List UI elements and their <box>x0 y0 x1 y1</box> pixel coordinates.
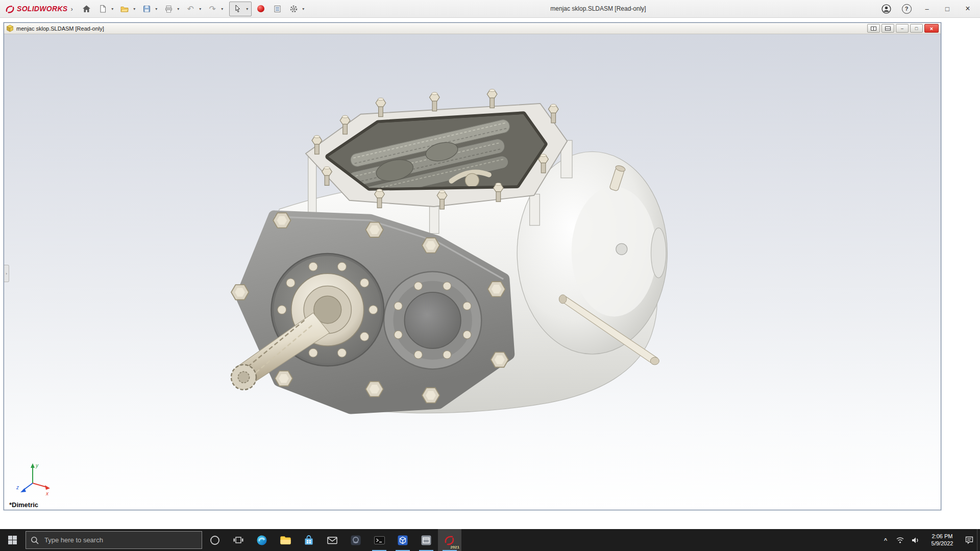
chevron-down-icon[interactable]: ▾ <box>301 7 306 11</box>
home-icon <box>82 5 91 13</box>
document-titlebar[interactable]: menjac sklop.SLDASM [Read-only] – □ × <box>4 23 941 34</box>
print-button[interactable] <box>162 2 176 16</box>
maximize-button[interactable]: □ <box>938 2 957 16</box>
file-properties-button[interactable] <box>271 2 284 16</box>
split-vertical-icon <box>871 27 876 31</box>
store-icon <box>303 535 314 546</box>
print-icon <box>164 5 173 13</box>
taskbar-terminal-button[interactable] <box>368 529 391 551</box>
close-button[interactable]: × <box>959 2 977 16</box>
task-view-icon <box>233 535 244 545</box>
split-horizontal-icon <box>885 27 891 31</box>
search-icon <box>31 536 39 544</box>
assembly-icon <box>6 24 14 32</box>
hidden-icons-chevron[interactable]: ^ <box>879 529 892 551</box>
chevron-down-icon[interactable]: ▾ <box>198 7 203 11</box>
gearbox-model[interactable] <box>4 34 941 510</box>
redo-button[interactable]: ↷ <box>206 2 219 16</box>
taskbar-cube-app-button[interactable] <box>391 529 414 551</box>
edge-icon <box>256 535 267 546</box>
split-horizontal-button[interactable] <box>881 24 894 33</box>
home-button[interactable] <box>80 2 93 16</box>
taskbar-file-explorer-button[interactable] <box>274 529 297 551</box>
doc-restore-button[interactable]: □ <box>910 24 923 33</box>
system-tray: ^ 2:06 PM 5/9/2022 <box>879 529 980 551</box>
show-desktop-button[interactable] <box>977 529 980 551</box>
taskbar-search <box>26 531 202 549</box>
chevron-down-icon[interactable]: ▾ <box>244 7 250 11</box>
windows-start-icon <box>8 536 17 544</box>
start-button[interactable] <box>0 529 24 551</box>
cube-app-icon <box>397 535 408 546</box>
new-document-button[interactable] <box>96 2 110 16</box>
triad-icon: y x z <box>15 461 52 497</box>
select-cursor-icon <box>233 5 241 13</box>
solidworks-app-icon <box>444 534 456 546</box>
chevron-down-icon[interactable]: ▾ <box>110 7 115 11</box>
network-button[interactable] <box>892 529 908 551</box>
doc-close-button[interactable]: × <box>924 24 939 33</box>
graphics-viewport[interactable]: y x z *Dimetric › <box>4 34 941 510</box>
logo-expand-chevron[interactable]: › <box>70 5 72 13</box>
panel-flyout-tab[interactable]: › <box>4 265 9 282</box>
red-sphere-button[interactable] <box>254 2 268 16</box>
view-orientation-label: *Dimetric <box>9 501 38 509</box>
speaker-icon <box>911 536 920 544</box>
action-center-button[interactable] <box>962 529 977 551</box>
taskbar-store-button[interactable] <box>297 529 321 551</box>
help-button[interactable]: ? <box>897 2 916 16</box>
action-center-icon <box>965 536 974 544</box>
open-button[interactable] <box>118 2 132 16</box>
open-folder-icon <box>120 5 129 13</box>
window-app-icon <box>421 535 432 546</box>
document-title: menjac sklop.SLDASM [Read-only] <box>16 26 104 32</box>
solidworks-version-badge: 2021 <box>450 545 459 549</box>
chevron-down-icon[interactable]: ▾ <box>219 7 225 11</box>
document-window: menjac sklop.SLDASM [Read-only] – □ × <box>4 22 941 510</box>
minimize-button[interactable]: – <box>918 2 936 16</box>
chevron-down-icon[interactable]: ▾ <box>176 7 181 11</box>
taskbar-mail-button[interactable] <box>321 529 344 551</box>
redo-icon: ↷ <box>209 4 216 14</box>
triad-y-label: y <box>35 463 39 468</box>
taskbar-cortana-button[interactable] <box>203 529 227 551</box>
undo-icon: ↶ <box>187 4 194 14</box>
window-title: menjac sklop.SLDASM [Read-only] <box>550 5 646 12</box>
taskbar-edge-button[interactable] <box>250 529 274 551</box>
undo-button[interactable]: ↶ <box>184 2 198 16</box>
select-tool-group: ▾ <box>229 2 252 16</box>
gear-icon <box>289 5 298 13</box>
triad-x-label: x <box>45 491 49 496</box>
doc-minimize-button[interactable]: – <box>896 24 909 33</box>
document-window-controls: – □ × <box>867 24 939 33</box>
file-properties-icon <box>273 5 282 13</box>
taskbar-task-view-button[interactable] <box>227 529 250 551</box>
search-input[interactable] <box>43 536 197 544</box>
solidworks-logo-text: SOLIDWORKS <box>17 5 67 13</box>
solidworks-logo[interactable]: SOLIDWORKS <box>3 4 67 13</box>
save-icon <box>142 5 151 13</box>
app-dark-icon <box>350 535 361 546</box>
account-button[interactable] <box>877 2 895 16</box>
select-button[interactable] <box>231 2 244 16</box>
chevron-down-icon[interactable]: ▾ <box>132 7 137 11</box>
taskbar-window-app-button[interactable] <box>414 529 438 551</box>
volume-button[interactable] <box>908 529 923 551</box>
split-vertical-button[interactable] <box>867 24 880 33</box>
taskbar-app-dark-button[interactable] <box>344 529 368 551</box>
red-sphere-icon <box>257 5 264 12</box>
windows-taskbar: 2021 ^ 2:06 PM 5/9/2022 <box>0 529 980 551</box>
account-icon <box>881 4 891 14</box>
taskbar-solidworks-button[interactable]: 2021 <box>438 529 461 551</box>
cortana-icon <box>210 535 220 545</box>
new-document-icon <box>99 5 107 13</box>
taskbar-clock[interactable]: 2:06 PM 5/9/2022 <box>923 529 962 551</box>
chevron-down-icon[interactable]: ▾ <box>154 7 159 11</box>
options-button[interactable] <box>287 2 301 16</box>
triad-z-label: z <box>16 485 19 490</box>
app-titlebar: SOLIDWORKS › ▾ ▾ ▾ ▾ ↶ <box>0 0 980 18</box>
terminal-icon <box>374 535 385 545</box>
wifi-icon <box>896 536 904 544</box>
save-button[interactable] <box>140 2 154 16</box>
titlebar-controls: ? – □ × <box>877 2 977 16</box>
